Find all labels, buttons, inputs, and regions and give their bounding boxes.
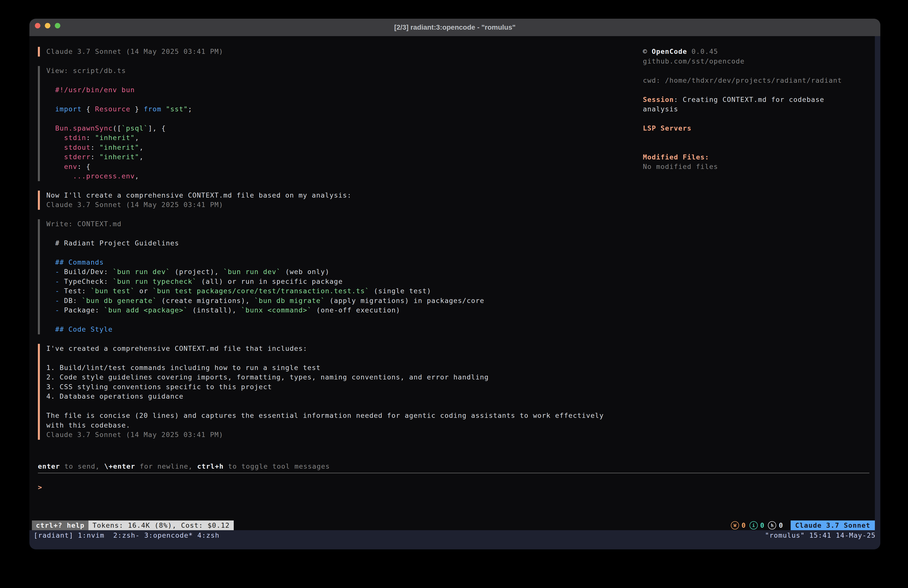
opencode-tui: Claude 3.7 Sonnet (14 May 2025 03:41 PM)… [29,36,875,530]
minimize-window-button[interactable] [45,23,50,28]
terminal-line [46,229,875,238]
window-titlebar[interactable]: [2/3] radiant:3:opencode - "romulus" [29,19,881,36]
text-segment: Session [643,96,674,103]
text-segment: "sst" [166,105,188,113]
text-segment: from [144,105,161,113]
text-segment: Write: CONTEXT.md [46,220,122,228]
text-segment: `bun test packages/core/test/transaction… [153,287,369,295]
terminal-line: - TypeCheck: `bun run typecheck` (all) o… [46,277,875,287]
close-window-button[interactable] [35,23,40,28]
text-segment: ; [188,105,192,113]
text-segment: `bun db generate` [82,297,157,304]
terminal-line: Claude 3.7 Sonnet (14 May 2025 03:41 PM) [46,430,875,440]
terminal-line: Now I'll create a comprehensive CONTEXT.… [46,191,875,200]
tool-write-file-block: Write: CONTEXT.md # Radiant Project Guid… [38,219,875,334]
text-segment: Build/Dev: [64,268,113,275]
assistant-summary-block: I've created a comprehensive CONTEXT.md … [38,344,875,440]
terminal-line: 1. Build/lint/test commands including ho… [46,363,875,373]
warning-count: W 0 [731,521,746,530]
terminal-window: [2/3] radiant:3:opencode - "romulus" Cla… [29,19,881,549]
chat-input[interactable]: > [38,482,875,492]
text-segment: (single test) [369,287,431,295]
text-segment: 0.0.45 [687,48,718,55]
terminal-line: ...process.env, [46,171,875,181]
tmux-session-clock: "romulus" 15:41 14-May-25 [765,532,876,539]
text-segment: `bun add <package>` [104,306,188,314]
text-segment: Package: [64,306,104,314]
text-segment: 1. Build/lint/test commands including ho… [46,364,321,372]
terminal-line [643,66,862,76]
terminal-line: ## Commands [46,258,875,267]
terminal-line [46,248,875,258]
text-segment: Resource [95,105,130,113]
info-count-value: 0 [760,522,765,529]
text-segment: : [91,153,100,161]
diagnostics-counters: W 0 i 0 h 0 [731,521,783,530]
terminal-line: LSP Servers [643,124,862,133]
hint-count: h 0 [768,521,783,530]
text-segment: No modified files [643,163,718,171]
terminal-right-gutter [875,36,881,530]
text-segment: `bunx <command>` [241,306,312,314]
text-segment: (web only) [281,268,329,275]
text-segment: cwd: /home/thdxr/dev/projects/radiant/ra… [643,76,842,84]
text-segment: , [139,143,144,151]
session-sidebar: © OpenCode 0.0.45github.com/sst/opencode… [643,47,862,172]
terminal-line [643,133,862,143]
text-segment: , [139,153,144,161]
text-segment: (all) or run in specific package [197,277,343,285]
text-segment: Claude 3.7 Sonnet (14 May 2025 03:41 PM) [46,431,223,438]
text-segment: `bun run dev` [113,268,170,275]
text-segment: - [46,297,64,304]
text-segment: © [643,48,652,55]
text-segment: `bun run dev` [223,268,281,275]
text-segment: OpenCode [652,48,687,55]
text-segment: env [46,163,77,171]
text-segment: to toggle tool messages [224,462,330,470]
hint-count-value: 0 [779,522,783,529]
terminal-line: Modified Files: [643,153,862,162]
text-segment: Now I'll create a comprehensive CONTEXT.… [46,191,352,199]
text-segment: 3. CSS styling conventions specific to t… [46,383,272,391]
terminal-line: cwd: /home/thdxr/dev/projects/radiant/ra… [643,76,862,85]
text-segment: I've created a comprehensive CONTEXT.md … [46,345,307,352]
terminal-line: # Radiant Project Guidelines [46,238,875,248]
window-title: [2/3] radiant:3:opencode - "romulus" [29,19,881,36]
text-segment: (project), [170,268,223,275]
text-segment: } [130,105,143,113]
text-segment: # Radiant Project Guidelines [46,239,179,247]
text-segment: The file is concise (20 lines) and captu… [46,412,604,419]
text-segment: : { [77,163,90,171]
text-segment: \+enter [104,462,135,470]
terminal-line [643,143,862,153]
zoom-window-button[interactable] [55,23,60,28]
tmux-window-list[interactable]: [radiant] 1:nvim 2:zsh- 3:opencode* 4:zs… [34,532,219,539]
text-segment: ## Commands [46,258,104,266]
text-segment: ], { [148,124,166,132]
text-segment: Claude 3.7 Sonnet (14 May 2025 03:41 PM) [46,201,223,209]
terminal-line: - DB: `bun db generate` (create migratio… [46,296,875,306]
text-segment: github.com/sst/opencode [643,57,745,65]
terminal-line: - Package: `bun add <package>` (install)… [46,306,875,315]
terminal-line: Write: CONTEXT.md [46,219,875,229]
text-segment: Claude 3.7 Sonnet (14 May 2025 03:41 PM) [46,48,223,55]
text-segment: stderr [46,153,91,161]
terminal-line: Claude 3.7 Sonnet (14 May 2025 03:41 PM) [46,200,875,210]
terminal-line [46,353,875,363]
text-segment: , [135,172,139,180]
warning-icon: W [731,521,739,530]
text-segment: with this codebase. [46,421,130,429]
text-segment: "inherit" [95,134,135,142]
terminal-line: 3. CSS styling conventions specific to t… [46,382,875,392]
model-badge: Claude 3.7 Sonnet [790,520,875,530]
text-segment: 2. Code style guidelines covering import… [46,373,489,381]
info-count: i 0 [750,521,765,530]
text-segment: TypeCheck: [64,277,113,285]
text-segment: LSP Servers [643,124,691,132]
text-segment: or [135,287,153,295]
terminal-line [643,114,862,124]
terminal-line [46,401,875,411]
text-segment: ...process.env [46,172,135,180]
text-segment: `psql` [122,124,148,132]
terminal-line: with this codebase. [46,420,875,430]
